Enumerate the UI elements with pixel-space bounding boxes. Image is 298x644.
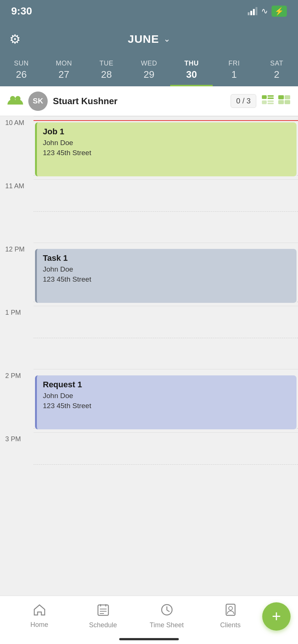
svg-rect-7: [267, 103, 274, 104]
list-view-icon[interactable]: [278, 95, 291, 107]
day-num-wed: 29: [144, 69, 155, 80]
day-name-mon: MON: [56, 60, 72, 67]
svg-point-22: [229, 606, 232, 610]
time-label-10am: 10 AM: [0, 116, 34, 179]
schedule-icon: [97, 603, 109, 619]
score-badge: 0 / 3: [231, 94, 256, 108]
settings-icon[interactable]: ⚙: [9, 32, 20, 47]
svg-rect-11: [285, 100, 290, 104]
day-name-fri: FRI: [228, 60, 240, 67]
svg-rect-4: [267, 97, 274, 99]
home-icon: [33, 604, 46, 619]
nav-timesheet[interactable]: Time Sheet: [135, 603, 199, 629]
svg-rect-6: [267, 100, 274, 102]
svg-rect-9: [285, 95, 290, 99]
chevron-down-icon: ⌄: [164, 34, 170, 44]
day-thu[interactable]: THU 30: [170, 60, 213, 86]
day-num-fri: 1: [231, 69, 237, 80]
event-task1-title: Task 1: [43, 253, 291, 263]
event-request1-address: 123 45th Street: [43, 401, 291, 411]
nav-clients[interactable]: Clients: [199, 603, 262, 629]
event-request1[interactable]: Request 1 John Doe 123 45th Street: [35, 375, 297, 429]
nav-schedule-label: Schedule: [89, 621, 117, 629]
svg-rect-2: [262, 95, 267, 99]
event-request1-person: John Doe: [43, 391, 291, 401]
half-line-11am: [34, 211, 298, 212]
day-mon[interactable]: MON 27: [42, 60, 85, 86]
wifi-icon: ∿: [261, 6, 268, 16]
month-selector[interactable]: JUNE ⌄: [128, 33, 170, 45]
event-request1-title: Request 1: [43, 380, 291, 390]
time-slot-10am: 10 AM Job 1 John Doe 123 45th Street: [0, 116, 298, 179]
svg-line-20: [167, 610, 169, 612]
day-num-thu: 30: [186, 69, 197, 80]
slot-content-1pm: [34, 306, 298, 369]
slot-content-3pm: [34, 432, 298, 496]
time-label-2pm: 2 PM: [0, 369, 34, 432]
slot-content-12pm: Task 1 John Doe 123 45th Street: [34, 243, 298, 306]
day-wed[interactable]: WED 29: [128, 60, 170, 86]
people-icon: [7, 94, 23, 108]
day-sun[interactable]: SUN 26: [0, 60, 42, 86]
svg-rect-5: [262, 100, 267, 104]
nav-schedule[interactable]: Schedule: [71, 603, 135, 629]
slot-content-11am: [34, 179, 298, 243]
day-name-sun: SUN: [14, 60, 29, 67]
svg-rect-10: [278, 100, 284, 104]
status-icons: ∿ ⚡: [248, 6, 287, 17]
nav-home[interactable]: Home: [7, 604, 71, 629]
day-fri[interactable]: FRI 1: [213, 60, 255, 86]
day-name-sat: SAT: [270, 60, 283, 67]
svg-rect-3: [267, 95, 274, 97]
time-label-3pm: 3 PM: [0, 432, 34, 496]
view-toggle[interactable]: [261, 95, 291, 107]
event-job1-address: 123 45th Street: [43, 148, 291, 158]
fab-add-button[interactable]: +: [262, 602, 291, 631]
event-task1[interactable]: Task 1 John Doe 123 45th Street: [35, 249, 297, 303]
day-tue[interactable]: TUE 28: [85, 60, 128, 86]
time-slot-11am: 11 AM: [0, 179, 298, 243]
status-time: 9:30: [11, 5, 32, 17]
slot-content-2pm: Request 1 John Doe 123 45th Street: [34, 369, 298, 432]
home-indicator: [119, 638, 179, 640]
calendar-scroll[interactable]: 10 AM Job 1 John Doe 123 45th Street 11 …: [0, 116, 298, 510]
clients-icon: [225, 603, 236, 619]
person-row[interactable]: SK Stuart Kushner 0 / 3: [0, 86, 298, 116]
day-name-tue: TUE: [99, 60, 114, 67]
day-name-wed: WED: [141, 60, 157, 67]
slot-content-10am: Job 1 John Doe 123 45th Street: [34, 116, 298, 179]
avatar: SK: [28, 92, 48, 111]
day-num-sun: 26: [16, 69, 27, 80]
time-label-11am: 11 AM: [0, 179, 34, 243]
day-num-mon: 27: [58, 69, 69, 80]
nav-home-label: Home: [30, 621, 48, 629]
status-bar: 9:30 ∿ ⚡: [0, 0, 298, 22]
event-task1-address: 123 45th Street: [43, 275, 291, 285]
current-time-line: [34, 120, 298, 121]
week-calendar: SUN 26 MON 27 TUE 28 WED 29 THU 30 FRI 1…: [0, 56, 298, 86]
time-label-1pm: 1 PM: [0, 306, 34, 369]
nav-clients-label: Clients: [220, 621, 241, 629]
event-job1[interactable]: Job 1 John Doe 123 45th Street: [35, 122, 297, 176]
time-slot-3pm: 3 PM: [0, 432, 298, 496]
half-line-3pm: [34, 464, 298, 465]
month-title: JUNE: [128, 33, 159, 45]
half-line-1pm: [34, 338, 298, 338]
event-job1-title: Job 1: [43, 127, 291, 137]
signal-icon: [248, 7, 257, 15]
header: ⚙ JUNE ⌄: [0, 22, 298, 56]
day-num-tue: 28: [101, 69, 112, 80]
nav-timesheet-label: Time Sheet: [150, 621, 184, 629]
event-job1-person: John Doe: [43, 138, 291, 148]
time-label-12pm: 12 PM: [0, 243, 34, 306]
person-name: Stuart Kushner: [53, 96, 225, 106]
timesheet-icon: [161, 603, 173, 619]
battery-icon: ⚡: [272, 6, 287, 17]
calendar-view-icon[interactable]: [261, 95, 274, 107]
day-sat[interactable]: SAT 2: [256, 60, 298, 86]
day-num-sat: 2: [274, 69, 279, 80]
svg-rect-8: [278, 95, 284, 99]
event-task1-person: John Doe: [43, 265, 291, 275]
time-slot-2pm: 2 PM Request 1 John Doe 123 45th Street: [0, 369, 298, 432]
time-slot-12pm: 12 PM Task 1 John Doe 123 45th Street: [0, 243, 298, 306]
